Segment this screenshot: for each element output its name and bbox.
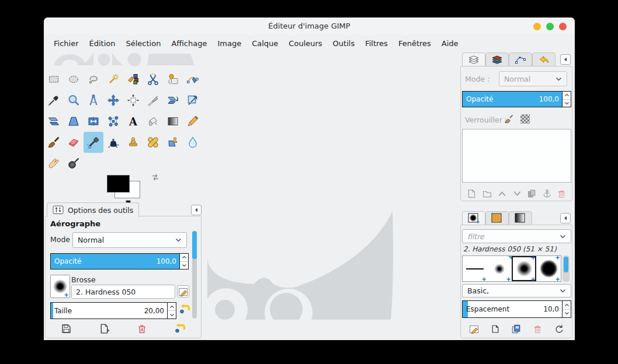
brush-cell-dot-small[interactable]: + xyxy=(487,256,512,281)
move-tool-button[interactable] xyxy=(103,90,123,111)
brush-name-input[interactable]: 2. Hardness 050 xyxy=(71,285,175,299)
perspective-tool-button[interactable] xyxy=(64,111,84,132)
layer-mode-dropdown[interactable]: Normal xyxy=(499,71,567,86)
select-by-color-tool-button[interactable] xyxy=(123,69,143,90)
airbrush-tool-button[interactable] xyxy=(84,132,103,153)
tab-history[interactable] xyxy=(532,52,555,66)
tab-channels[interactable] xyxy=(485,52,509,66)
menu-filtres[interactable]: Filtres xyxy=(361,38,392,49)
duplicate-button[interactable] xyxy=(527,188,537,199)
brush-group-dropdown[interactable]: Basic, xyxy=(462,284,571,298)
zoom-tool-button[interactable] xyxy=(64,90,84,111)
alpha-lock-checker-icon[interactable] xyxy=(520,114,530,124)
tab-gradients[interactable] xyxy=(509,211,532,225)
ink-tool-button[interactable] xyxy=(103,132,123,153)
menu-selection[interactable]: Sélection xyxy=(121,38,165,49)
revert-button[interactable] xyxy=(99,323,110,334)
tab-patterns[interactable] xyxy=(485,211,509,225)
opacity-slider[interactable]: Opacité 100,0 xyxy=(50,253,189,270)
foreground-select-tool-button[interactable] xyxy=(163,69,183,90)
menu-aide[interactable]: Aide xyxy=(438,38,463,49)
trash-dashed-button[interactable] xyxy=(557,188,567,199)
tab-paths[interactable] xyxy=(509,52,532,66)
eraser-tool-button[interactable] xyxy=(64,132,84,153)
layers-list[interactable] xyxy=(462,129,571,183)
duplicate-brush-button[interactable] xyxy=(511,324,522,334)
menu-edition[interactable]: Édition xyxy=(85,38,120,49)
fuzzy-select-tool-button[interactable] xyxy=(103,69,123,90)
crop-tool-button[interactable] xyxy=(143,90,163,111)
brush-filter-input[interactable]: filtre xyxy=(462,229,571,243)
flip-tool-button[interactable] xyxy=(84,111,103,132)
tab-layers[interactable] xyxy=(462,52,485,66)
layer-opacity-slider[interactable]: Opacité 100,0 xyxy=(462,91,571,107)
refresh-button[interactable] xyxy=(554,324,564,334)
close-button[interactable] xyxy=(559,23,567,30)
raise-button[interactable] xyxy=(497,190,507,198)
paths-tool-button[interactable] xyxy=(183,69,203,90)
measure-tool-button[interactable] xyxy=(84,90,103,111)
reset-button[interactable] xyxy=(174,323,186,334)
new-layer-button[interactable] xyxy=(467,188,477,199)
scissors-select-tool-button[interactable] xyxy=(143,69,163,90)
handle-transform-tool-button[interactable] xyxy=(103,111,123,132)
menu-image[interactable]: Image xyxy=(213,38,245,49)
size-slider[interactable]: Taille 20,00 xyxy=(50,302,176,319)
rotate-tool-button[interactable] xyxy=(163,90,183,111)
menu-couleurs[interactable]: Couleurs xyxy=(284,38,326,49)
tool-options-scrollbar[interactable] xyxy=(192,231,197,318)
text-tool-button[interactable]: A xyxy=(123,111,143,132)
layer-opacity-spinner[interactable] xyxy=(562,92,571,107)
perspective-clone-tool-button[interactable] xyxy=(163,132,183,153)
swap-colors-icon[interactable] xyxy=(132,173,179,182)
scale-tool-button[interactable] xyxy=(183,90,203,111)
ellipse-select-tool-button[interactable] xyxy=(64,69,84,90)
paintbrush-lock-icon[interactable] xyxy=(504,114,514,124)
spacing-slider[interactable]: Espacement 10,0 xyxy=(462,300,571,318)
brush-cell-dot-medium[interactable]: ++ xyxy=(512,256,536,281)
bucket-fill-tool-button[interactable] xyxy=(143,111,163,132)
heal-tool-button[interactable] xyxy=(143,132,163,153)
pencil-tool-button[interactable] xyxy=(183,111,203,132)
edit-brush-button[interactable] xyxy=(469,324,480,334)
align-tool-button[interactable] xyxy=(123,90,143,111)
size-spinner[interactable] xyxy=(167,303,176,318)
menu-fenetres[interactable]: Fenêtres xyxy=(394,38,435,49)
dodge-burn-tool-button[interactable] xyxy=(64,153,84,174)
brush-cell-line[interactable]: + xyxy=(463,256,487,281)
brush-grid-scrollbar[interactable] xyxy=(563,256,570,282)
maximize-button[interactable] xyxy=(546,23,554,30)
trash-dashed-button[interactable] xyxy=(533,324,543,334)
smudge-tool-button[interactable] xyxy=(44,153,64,174)
menu-affichage[interactable]: Affichage xyxy=(167,38,211,49)
reset-size-button[interactable] xyxy=(179,304,190,314)
menu-fichier[interactable]: Fichier xyxy=(50,38,83,49)
blur-sharpen-tool-button[interactable] xyxy=(183,132,203,153)
brush-preview[interactable]: + xyxy=(50,275,70,298)
new-page-button[interactable] xyxy=(491,324,500,334)
rect-select-tool-button[interactable] xyxy=(44,69,64,90)
color-picker-tool-button[interactable] xyxy=(44,90,64,111)
lower-button[interactable] xyxy=(512,190,522,198)
opacity-spinner[interactable] xyxy=(179,254,188,269)
menu-calque[interactable]: Calque xyxy=(248,38,282,49)
collapse-left-button[interactable] xyxy=(191,205,202,215)
paintbrush-tool-button[interactable] xyxy=(44,132,64,153)
new-group-button[interactable] xyxy=(482,189,492,199)
minimize-button[interactable] xyxy=(533,23,541,30)
anchor-button[interactable] xyxy=(542,188,552,199)
edit-brush-button[interactable] xyxy=(177,285,189,298)
spacing-spinner[interactable] xyxy=(562,301,571,317)
canvas-area[interactable] xyxy=(203,50,461,340)
gradient-tool-button[interactable] xyxy=(163,111,183,132)
save-button[interactable] xyxy=(61,323,72,334)
brush-cell-dot-large[interactable]: ++ xyxy=(536,256,561,281)
tab-tool-options[interactable]: Options des outils xyxy=(47,202,139,217)
clone-tool-button[interactable] xyxy=(123,132,143,153)
titlebar[interactable]: Éditeur d'image GIMP xyxy=(44,18,575,35)
trash-button[interactable] xyxy=(137,323,147,334)
collapse-right-button-2[interactable] xyxy=(560,213,571,223)
shear-tool-button[interactable] xyxy=(44,111,64,132)
free-select-tool-button[interactable] xyxy=(84,69,103,90)
tab-brushes[interactable]: + xyxy=(462,211,485,225)
